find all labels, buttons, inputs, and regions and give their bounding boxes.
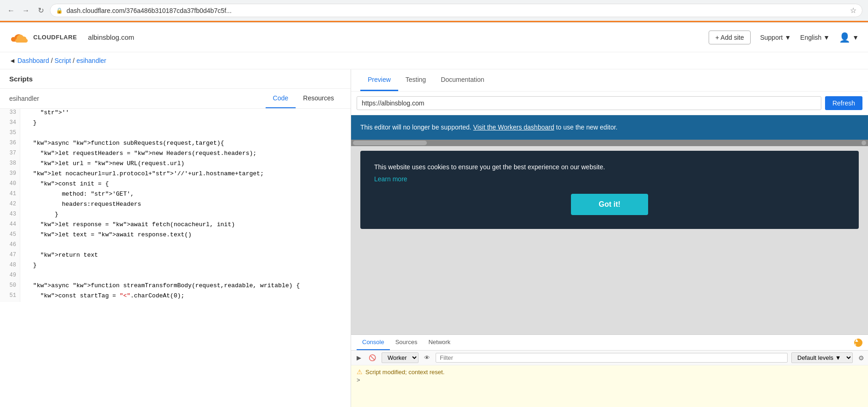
line-number: 41 (0, 190, 20, 200)
app-header: CLOUDFLARE albinsblog.com + Add site Sup… (0, 23, 868, 52)
code-line: 40 "kw">const init = { (0, 180, 351, 190)
right-panel: Preview Testing Documentation Refresh Th… (351, 69, 868, 407)
line-number: 49 (0, 271, 20, 282)
script-tabs: esihandler Code Resources (0, 89, 351, 109)
preview-frame: This website uses cookies to ensure you … (351, 140, 868, 334)
support-button[interactable]: Support ▼ (760, 34, 791, 41)
code-line: 44 "kw">let response = "kw">await fetch(… (0, 221, 351, 231)
url-display: dash.cloudflare.com/376a486b310187cda37f… (67, 7, 846, 14)
line-number: 46 (0, 241, 20, 251)
code-line: 39 "kw">let nocacheurl=url.protocol+"str… (0, 170, 351, 180)
code-line: 43 } (0, 210, 351, 221)
reload-button[interactable]: ↻ (35, 5, 46, 16)
cookie-banner: This website uses cookies to ensure you … (360, 151, 859, 229)
breadcrumb-sep1: / (51, 57, 55, 64)
got-it-button[interactable]: Got it! (571, 194, 648, 215)
line-number: 35 (0, 129, 20, 139)
console-filter-input[interactable] (436, 353, 788, 363)
code-line: 45 "kw">let text = "kw">await response.t… (0, 231, 351, 241)
breadcrumb-dashboard[interactable]: Dashboard (18, 57, 49, 64)
code-line: 49 (0, 271, 351, 282)
forward-button[interactable]: → (20, 5, 31, 16)
code-line: 34 } (0, 119, 351, 129)
tab-code[interactable]: Code (266, 89, 296, 108)
gear-icon[interactable]: ⚙ (858, 354, 864, 362)
eye-icon-button[interactable]: 👁 (422, 353, 432, 362)
line-number: 36 (0, 139, 20, 149)
tab-documentation[interactable]: Documentation (433, 69, 492, 91)
levels-select[interactable]: Default levels ▼ (791, 352, 853, 363)
breadcrumb-script[interactable]: Script (55, 57, 71, 64)
line-content (20, 271, 351, 282)
address-bar: 🔒 dash.cloudflare.com/376a486b310187cda3… (50, 4, 862, 17)
language-button[interactable]: English ▼ (800, 34, 830, 41)
breadcrumb: ◄ Dashboard / Script / esihandler (0, 52, 868, 69)
script-tab-name: esihandler (9, 89, 266, 108)
devtools-content: ⚠ Script modified; context reset. > (351, 365, 868, 407)
orange-bar (0, 21, 868, 22)
line-content (20, 129, 351, 139)
account-chevron-icon: ▼ (852, 34, 859, 41)
tab-preview[interactable]: Preview (360, 69, 398, 91)
tab-resources[interactable]: Resources (296, 89, 341, 108)
account-button[interactable]: 👤 ▼ (839, 32, 859, 43)
devtools-tab-sources[interactable]: Sources (390, 335, 423, 350)
breadcrumb-current: esihandler (76, 57, 106, 64)
console-warning: ⚠ Script modified; context reset. (357, 368, 862, 376)
line-content: "kw">return text (20, 251, 351, 261)
line-number: 33 (0, 109, 20, 119)
tab-testing[interactable]: Testing (398, 69, 433, 91)
site-name: albinsblog.com (88, 33, 134, 41)
workers-dashboard-link[interactable]: Visit the Workers dashboard (473, 123, 554, 131)
learn-more-link[interactable]: Learn more (374, 174, 845, 184)
line-content (20, 241, 351, 251)
code-line: 37 "kw">let requestHeaders = "kw">new He… (0, 149, 351, 160)
line-content: headers:requestHeaders (20, 200, 351, 210)
code-line: 50 "kw">async "kw">function streamTransf… (0, 282, 351, 292)
preview-url-input[interactable] (357, 96, 821, 110)
line-content: "kw">let url = "kw">new URL(request.url) (20, 160, 351, 170)
back-button[interactable]: ← (6, 5, 17, 16)
line-content: "kw">async "kw">function streamTransform… (20, 282, 351, 292)
devtools-toolbar: ▶ 🚫 Worker 👁 Default levels ▼ ⚙ (351, 351, 868, 365)
code-line: 47 "kw">return text (0, 251, 351, 261)
devtools-tab-console[interactable]: Console (357, 335, 390, 350)
worker-select[interactable]: Worker (382, 352, 419, 363)
devtools-panel: Console Sources Network ▲ 1 ▶ 🚫 Worker 👁… (351, 334, 868, 407)
code-editor[interactable]: 33 "str">''34 }3536 "kw">async "kw">func… (0, 109, 351, 407)
line-number: 44 (0, 221, 20, 231)
language-chevron-icon: ▼ (823, 34, 830, 41)
main-layout: Scripts esihandler Code Resources 33 "st… (0, 69, 868, 407)
code-line: 38 "kw">let url = "kw">new URL(request.u… (0, 160, 351, 170)
editor-notice-suffix: to use the new editor. (556, 123, 618, 131)
code-line: 46 (0, 241, 351, 251)
url-bar-row: Refresh (351, 92, 868, 115)
line-number: 51 (0, 292, 20, 302)
cloudflare-wordmark: CLOUDFLARE (33, 34, 77, 41)
editor-notice-text: This editor will no longer be supported. (360, 123, 471, 131)
console-prompt[interactable]: > (357, 376, 862, 384)
line-number: 50 (0, 282, 20, 292)
line-content: } (20, 119, 351, 129)
devtools-tab-network[interactable]: Network (423, 335, 456, 350)
line-content: "kw">async "kw">function subRequests(req… (20, 139, 351, 149)
line-content: method: "str">'GET', (20, 190, 351, 200)
preview-content: This editor will no longer be supported.… (351, 115, 868, 407)
line-number: 40 (0, 180, 20, 190)
refresh-button[interactable]: Refresh (825, 96, 862, 110)
line-content: "kw">let requestHeaders = "kw">new Heade… (20, 149, 351, 160)
console-warn-text: Script modified; context reset. (365, 369, 444, 376)
line-content: "kw">const startTag = "<".charCodeAt(0); (20, 292, 351, 302)
editor-notice: This editor will no longer be supported.… (351, 115, 868, 140)
bookmark-icon[interactable]: ☆ (850, 6, 856, 15)
code-line: 42 headers:requestHeaders (0, 200, 351, 210)
add-site-button[interactable]: + Add site (709, 31, 751, 44)
line-content: "kw">let response = "kw">await fetch(noc… (20, 221, 351, 231)
console-stop-button[interactable]: 🚫 (367, 353, 378, 362)
header-right: + Add site Support ▼ English ▼ 👤 ▼ (709, 31, 859, 44)
account-icon: 👤 (839, 32, 850, 43)
devtools-tabs: Console Sources Network ▲ 1 (351, 335, 868, 351)
code-line: 36 "kw">async "kw">function subRequests(… (0, 139, 351, 149)
devtools-badge: ▲ 1 (854, 339, 862, 347)
console-record-button[interactable]: ▶ (355, 353, 363, 362)
